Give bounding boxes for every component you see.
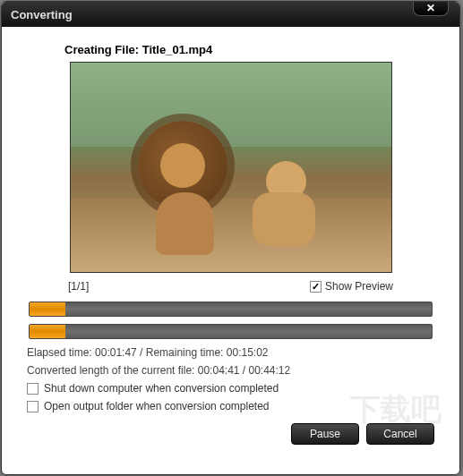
close-button[interactable]: ✕ bbox=[413, 1, 449, 16]
overall-progress-fill bbox=[30, 302, 65, 316]
converting-dialog: Converting ✕ Creating File: Title_01.mp4… bbox=[1, 1, 460, 475]
converted-length: Converted length of the current file: 00… bbox=[27, 364, 434, 377]
video-preview bbox=[70, 62, 392, 273]
elapsed-remaining-time: Elapsed time: 00:01:47 / Remaining time:… bbox=[27, 346, 434, 359]
titlebar: Converting ✕ bbox=[2, 2, 459, 27]
cancel-button[interactable]: Cancel bbox=[366, 423, 434, 445]
show-preview-label: Show Preview bbox=[325, 280, 393, 293]
shutdown-checkbox[interactable] bbox=[27, 383, 39, 395]
show-preview-checkbox[interactable] bbox=[310, 281, 322, 293]
content-area: Creating File: Title_01.mp4 [1/1] Show P… bbox=[2, 27, 459, 457]
file-progress-bar bbox=[29, 324, 433, 339]
file-progress-fill bbox=[30, 325, 65, 338]
window-title: Converting bbox=[11, 8, 73, 21]
close-icon: ✕ bbox=[426, 2, 435, 14]
overall-progress-bar bbox=[29, 302, 433, 317]
creating-file-label: Creating File: Title_01.mp4 bbox=[64, 43, 434, 56]
shutdown-label: Shut down computer when conversion compl… bbox=[44, 382, 279, 395]
pause-button[interactable]: Pause bbox=[291, 423, 359, 445]
open-folder-label: Open output folder when conversion compl… bbox=[44, 400, 270, 412]
file-counter: [1/1] bbox=[68, 280, 89, 293]
preview-figure-lion-adult bbox=[133, 112, 241, 246]
preview-figure-lion-cub bbox=[248, 161, 329, 251]
open-folder-checkbox[interactable] bbox=[27, 401, 39, 412]
